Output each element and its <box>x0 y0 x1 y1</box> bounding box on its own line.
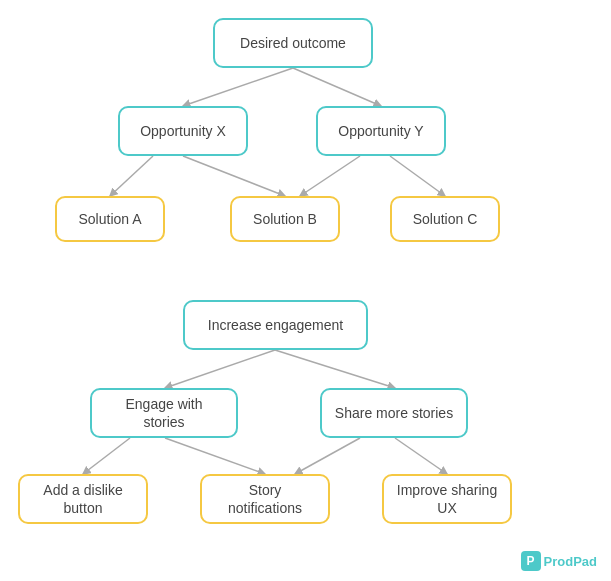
prodpad-icon: P <box>521 551 541 571</box>
svg-line-2 <box>110 156 153 196</box>
share-stories-node: Share more stories <box>320 388 468 438</box>
svg-line-7 <box>275 350 395 388</box>
svg-line-1 <box>293 68 381 106</box>
solution-c-node: Solution C <box>390 196 500 242</box>
svg-line-11 <box>395 438 447 474</box>
svg-line-8 <box>83 438 130 474</box>
svg-line-10 <box>295 438 360 474</box>
desired-outcome-node: Desired outcome <box>213 18 373 68</box>
prodpad-logo: P ProdPad <box>521 551 597 571</box>
solution-a-node: Solution A <box>55 196 165 242</box>
svg-line-0 <box>183 68 293 106</box>
diagram: Desired outcome Opportunity X Opportunit… <box>0 0 611 581</box>
svg-line-3 <box>183 156 285 196</box>
svg-line-9 <box>165 438 265 474</box>
prodpad-text: ProdPad <box>544 554 597 569</box>
opportunity-x-node: Opportunity X <box>118 106 248 156</box>
solution-b-node: Solution B <box>230 196 340 242</box>
opportunity-y-node: Opportunity Y <box>316 106 446 156</box>
add-dislike-node: Add a dislike button <box>18 474 148 524</box>
svg-line-5 <box>390 156 445 196</box>
improve-sharing-node: Improve sharing UX <box>382 474 512 524</box>
svg-line-6 <box>165 350 275 388</box>
engage-stories-node: Engage with stories <box>90 388 238 438</box>
story-notifications-node: Story notifications <box>200 474 330 524</box>
svg-line-4 <box>300 156 360 196</box>
increase-engagement-node: Increase engagement <box>183 300 368 350</box>
